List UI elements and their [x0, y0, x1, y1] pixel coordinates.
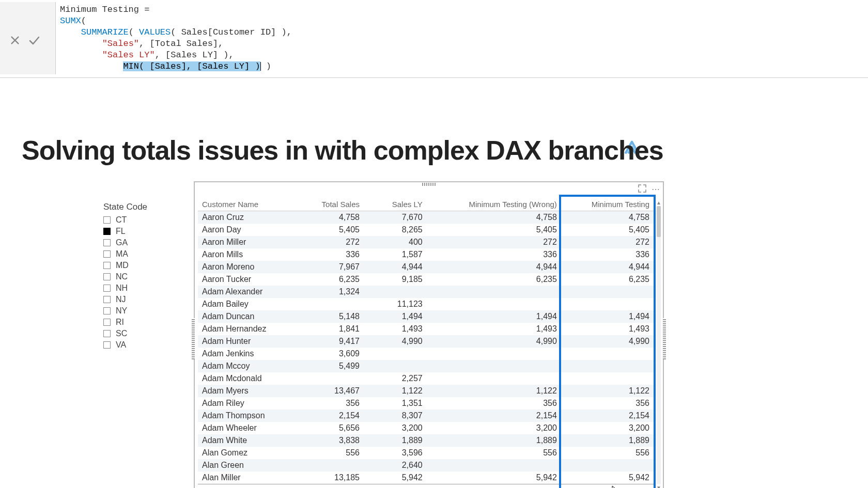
slicer-item-label: MA — [116, 249, 128, 259]
table-row[interactable]: Aaron Cruz4,7587,6704,7584,758 — [198, 211, 654, 224]
slicer-item-label: CT — [116, 215, 127, 225]
checkbox-icon[interactable] — [103, 307, 111, 314]
f-values: VALUES — [139, 27, 171, 37]
slicer-item[interactable]: VA — [103, 339, 176, 351]
slicer-item[interactable]: NJ — [103, 294, 176, 305]
scroll-thumb[interactable] — [657, 206, 661, 237]
col-min-testing[interactable]: Minimum Testing — [561, 198, 654, 211]
cancel-icon[interactable] — [9, 35, 21, 46]
cell: 3,609 — [299, 348, 364, 360]
table-row[interactable]: Alan Green2,640 — [198, 459, 654, 471]
cell: 13,467 — [299, 385, 364, 397]
table-row[interactable]: Adam Hunter9,4174,9904,9904,990 — [198, 335, 654, 348]
formula-editor[interactable]: Minimum Testing = SUMX( SUMMARIZE( VALUE… — [56, 2, 868, 74]
table-total-row: Total 2,956,377 2,995,499 2,956,377 2,44… — [198, 484, 654, 489]
checkbox-icon[interactable] — [103, 228, 111, 235]
cell: 3,200 — [561, 422, 654, 434]
cell — [561, 348, 654, 360]
checkbox-icon[interactable] — [103, 239, 111, 246]
vertical-scrollbar[interactable]: ▲ ▼ — [656, 199, 662, 488]
cell: 1,889 — [561, 434, 654, 447]
slicer-item[interactable]: RI — [103, 317, 176, 328]
checkbox-icon[interactable] — [103, 285, 111, 292]
cell: 9,185 — [364, 273, 427, 286]
cell: 336 — [427, 248, 561, 261]
table-row[interactable]: Adam Myers13,4671,1221,1221,122 — [198, 385, 654, 397]
table-row[interactable]: Adam Riley3561,351356356 — [198, 397, 654, 410]
col-min-testing-wrong[interactable]: Minimum Testing (Wrong) — [427, 198, 561, 211]
table-row[interactable]: Aaron Miller272400272272 — [198, 236, 654, 248]
table-row[interactable]: Aaron Day5,4058,2655,4055,405 — [198, 224, 654, 236]
slicer-item[interactable]: FL — [103, 226, 176, 237]
cell — [364, 348, 427, 360]
checkbox-icon[interactable] — [103, 273, 111, 280]
table-row[interactable]: Adam Mccoy5,499 — [198, 360, 654, 372]
cell: Adam Hernandez — [198, 323, 299, 335]
cell: Adam Thompson — [198, 410, 299, 422]
cell: Alan Gomez — [198, 447, 299, 459]
cell — [364, 286, 427, 298]
cell: 272 — [427, 236, 561, 248]
checkbox-icon[interactable] — [103, 262, 111, 269]
table-row[interactable]: Aaron Tucker6,2359,1856,2356,235 — [198, 273, 654, 286]
table-row[interactable]: Adam Mcdonald2,257 — [198, 372, 654, 385]
checkbox-icon[interactable] — [103, 330, 111, 337]
table-visual[interactable]: ⋯ Customer Name Total Sales Sales LY Min… — [194, 181, 664, 488]
cell: 4,944 — [364, 261, 427, 273]
checkbox-icon[interactable] — [103, 250, 111, 258]
cell: 4,758 — [561, 211, 654, 224]
resize-handle[interactable] — [192, 318, 195, 359]
slicer-item[interactable]: NH — [103, 282, 176, 294]
slicer-title: State Code — [103, 202, 176, 212]
table-row[interactable]: Adam Wheeler5,6563,2003,2003,200 — [198, 422, 654, 434]
scroll-down-icon[interactable]: ▼ — [656, 484, 662, 488]
table-row[interactable]: Alan Gomez5563,596556556 — [198, 447, 654, 459]
scroll-up-icon[interactable]: ▲ — [656, 199, 662, 206]
cell — [427, 372, 561, 385]
cell: 1,351 — [364, 397, 427, 410]
table-row[interactable]: Aaron Mills3361,587336336 — [198, 248, 654, 261]
cell: 3,596 — [364, 447, 427, 459]
slicer-item[interactable]: MD — [103, 260, 176, 271]
cell: Aaron Cruz — [198, 211, 299, 224]
col-sales-ly[interactable]: Sales LY — [364, 198, 427, 211]
formula-selection: MIN( [Sales], [Sales LY] ) — [123, 61, 260, 71]
resize-handle[interactable] — [663, 318, 666, 359]
focus-mode-icon[interactable] — [638, 184, 646, 195]
commit-icon[interactable] — [28, 34, 40, 46]
table-row[interactable]: Adam Jenkins3,609 — [198, 348, 654, 360]
checkbox-icon[interactable] — [103, 341, 111, 349]
scroll-track[interactable] — [657, 206, 661, 484]
slicer-item[interactable]: CT — [103, 214, 176, 226]
table-row[interactable]: Adam Bailey11,123 — [198, 298, 654, 310]
slicer-item[interactable]: NY — [103, 305, 176, 317]
table-row[interactable]: Adam Duncan5,1481,4941,4941,494 — [198, 310, 654, 323]
more-options-icon[interactable]: ⋯ — [652, 184, 660, 195]
slicer-item[interactable]: GA — [103, 237, 176, 248]
slicer-item[interactable]: NC — [103, 271, 176, 282]
table-row[interactable]: Alan Miller13,1855,9425,9425,942 — [198, 471, 654, 484]
slicer-item[interactable]: SC — [103, 328, 176, 339]
cell: 5,405 — [299, 224, 364, 236]
checkbox-icon[interactable] — [103, 319, 111, 326]
col-customer-name[interactable]: Customer Name — [198, 198, 299, 211]
table-row[interactable]: Aaron Moreno7,9674,9444,9444,944 — [198, 261, 654, 273]
col-total-sales[interactable]: Total Sales — [299, 198, 364, 211]
table-row[interactable]: Adam Alexander1,324 — [198, 286, 654, 298]
data-table: Customer Name Total Sales Sales LY Minim… — [198, 198, 654, 488]
slicer-item-label: FL — [116, 227, 126, 236]
cell: 4,944 — [427, 261, 561, 273]
table-row[interactable]: Adam White3,8381,8891,8891,889 — [198, 434, 654, 447]
grip-icon[interactable] — [422, 183, 436, 186]
slicer-item[interactable]: MA — [103, 248, 176, 260]
checkbox-icon[interactable] — [103, 296, 111, 303]
table-row[interactable]: Adam Hernandez1,8411,4931,4931,493 — [198, 323, 654, 335]
cell: 8,265 — [364, 224, 427, 236]
cell: Adam Jenkins — [198, 348, 299, 360]
cell — [561, 298, 654, 310]
table-row[interactable]: Adam Thompson2,1548,3072,1542,154 — [198, 410, 654, 422]
checkbox-icon[interactable] — [103, 216, 111, 224]
formula-bar: Minimum Testing = SUMX( SUMMARIZE( VALUE… — [0, 0, 868, 78]
cell: 1,889 — [427, 434, 561, 447]
cell: 7,670 — [364, 211, 427, 224]
